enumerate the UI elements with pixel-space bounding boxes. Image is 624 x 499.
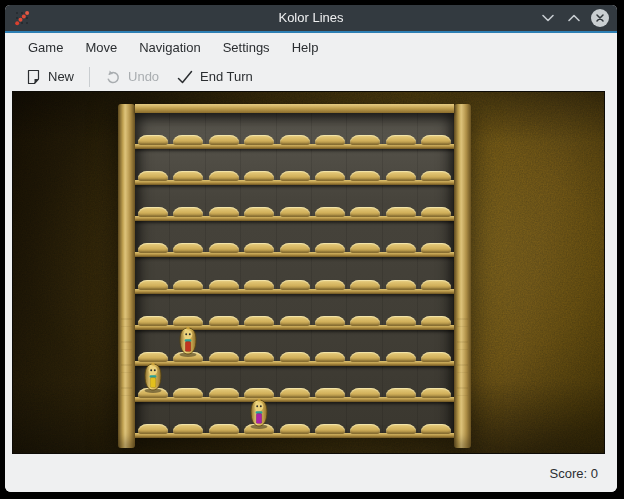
board-cell[interactable] — [244, 171, 274, 181]
board-cell[interactable] — [350, 316, 380, 326]
game-piece-magenta[interactable] — [246, 398, 272, 430]
board-cell[interactable] — [173, 243, 203, 253]
chevron-up-icon — [567, 13, 581, 23]
board-cell[interactable] — [386, 280, 416, 290]
board-cell[interactable] — [138, 280, 168, 290]
board-cell[interactable] — [421, 352, 451, 362]
board-cell[interactable] — [209, 352, 239, 362]
board-cell[interactable] — [280, 424, 310, 434]
maximize-button[interactable] — [565, 9, 583, 27]
game-piece-red[interactable] — [175, 326, 201, 358]
menu-game[interactable]: Game — [17, 36, 74, 59]
board-cell[interactable] — [280, 171, 310, 181]
close-button[interactable] — [591, 9, 609, 27]
shelf-bar — [135, 252, 454, 257]
game-piece-yellow[interactable] — [140, 362, 166, 394]
board-cell[interactable] — [350, 424, 380, 434]
board-cell[interactable] — [421, 388, 451, 398]
board-cell[interactable] — [209, 135, 239, 145]
menu-help[interactable]: Help — [281, 36, 330, 59]
minimize-button[interactable] — [539, 9, 557, 27]
board-cell[interactable] — [280, 243, 310, 253]
board-cell[interactable] — [209, 171, 239, 181]
board-cell[interactable] — [209, 280, 239, 290]
board-cell[interactable] — [280, 388, 310, 398]
board-cell[interactable] — [209, 388, 239, 398]
board-cell[interactable] — [138, 352, 168, 362]
board-cell[interactable] — [173, 135, 203, 145]
menu-settings[interactable]: Settings — [212, 36, 281, 59]
board-cell[interactable] — [421, 316, 451, 326]
board-cell[interactable] — [350, 135, 380, 145]
board-cell[interactable] — [350, 388, 380, 398]
board-cell[interactable] — [244, 280, 274, 290]
new-button[interactable]: New — [17, 66, 83, 88]
board-cell[interactable] — [315, 352, 345, 362]
board-cell[interactable] — [244, 207, 274, 217]
board-top-bar — [135, 104, 454, 113]
board-cell[interactable] — [421, 135, 451, 145]
board-cell[interactable] — [138, 135, 168, 145]
menu-navigation[interactable]: Navigation — [128, 36, 211, 59]
board-cell[interactable] — [209, 243, 239, 253]
board-cell[interactable] — [350, 171, 380, 181]
board-cell[interactable] — [386, 388, 416, 398]
board-cell[interactable] — [386, 424, 416, 434]
board-cell[interactable] — [386, 135, 416, 145]
board-cell[interactable] — [421, 424, 451, 434]
board-left-rail — [118, 104, 135, 448]
board-cell[interactable] — [315, 424, 345, 434]
board-cell[interactable] — [386, 352, 416, 362]
board-cell[interactable] — [138, 243, 168, 253]
board-cell[interactable] — [138, 424, 168, 434]
board-cell[interactable] — [315, 316, 345, 326]
board-cell[interactable] — [386, 316, 416, 326]
board-cell[interactable] — [315, 388, 345, 398]
board-cell[interactable] — [386, 243, 416, 253]
board-cell[interactable] — [244, 135, 274, 145]
board-cell[interactable] — [315, 243, 345, 253]
menu-move[interactable]: Move — [74, 36, 128, 59]
board-cell[interactable] — [244, 352, 274, 362]
board-cell[interactable] — [244, 243, 274, 253]
board-cell[interactable] — [244, 388, 274, 398]
titlebar[interactable]: Kolor Lines — [5, 5, 617, 31]
board-cell[interactable] — [350, 243, 380, 253]
end-turn-button[interactable]: End Turn — [168, 66, 262, 87]
board-cell[interactable] — [280, 316, 310, 326]
board-cell[interactable] — [209, 316, 239, 326]
board-cell[interactable] — [421, 243, 451, 253]
board-cell[interactable] — [280, 280, 310, 290]
board-cell[interactable] — [209, 424, 239, 434]
board-cell[interactable] — [173, 207, 203, 217]
undo-button-label: Undo — [128, 69, 159, 84]
board-cell[interactable] — [209, 207, 239, 217]
board-cell[interactable] — [386, 207, 416, 217]
board-cell[interactable] — [244, 316, 274, 326]
board-cell[interactable] — [173, 424, 203, 434]
board-cell[interactable] — [173, 171, 203, 181]
board-grid — [135, 113, 454, 438]
board-cell[interactable] — [315, 135, 345, 145]
board-cell[interactable] — [280, 352, 310, 362]
board-cell[interactable] — [138, 207, 168, 217]
board-cell[interactable] — [173, 388, 203, 398]
board-cell[interactable] — [421, 171, 451, 181]
undo-button[interactable]: Undo — [96, 66, 168, 88]
toolbar: New Undo End Turn — [5, 62, 617, 91]
board-cell[interactable] — [315, 171, 345, 181]
board-cell[interactable] — [350, 352, 380, 362]
board-cell[interactable] — [280, 207, 310, 217]
board-cell[interactable] — [138, 316, 168, 326]
board-cell[interactable] — [138, 171, 168, 181]
board-cell[interactable] — [350, 280, 380, 290]
board-cell[interactable] — [173, 316, 203, 326]
board-cell[interactable] — [280, 135, 310, 145]
board-cell[interactable] — [315, 207, 345, 217]
board-cell[interactable] — [173, 280, 203, 290]
board-cell[interactable] — [350, 207, 380, 217]
board-cell[interactable] — [421, 207, 451, 217]
board-cell[interactable] — [315, 280, 345, 290]
board-cell[interactable] — [386, 171, 416, 181]
board-cell[interactable] — [421, 280, 451, 290]
